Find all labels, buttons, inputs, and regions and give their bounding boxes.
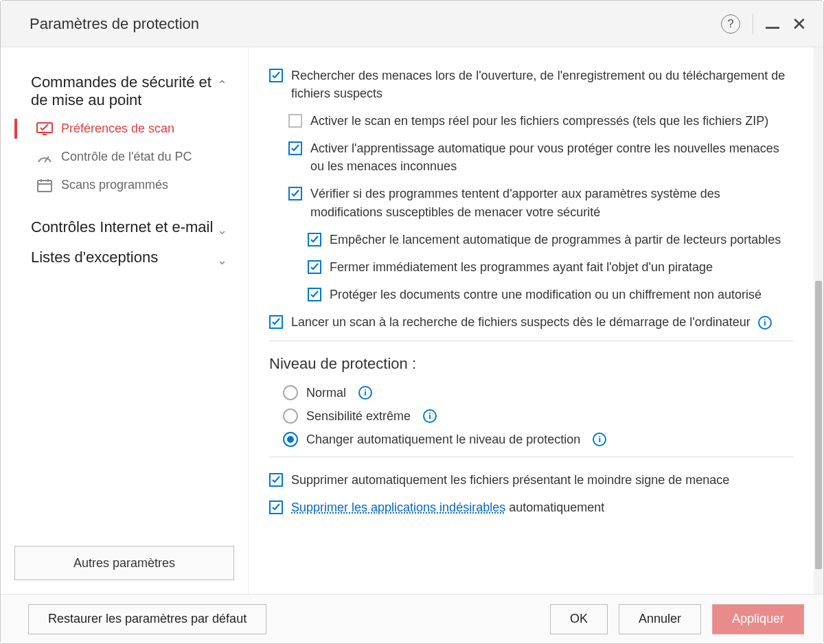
protection-level-title: Niveau de protection : <box>269 355 793 373</box>
scrollbar[interactable] <box>814 47 823 594</box>
option-label: Rechercher des menaces lors de l'ouvertu… <box>291 67 793 102</box>
content-wrap: Rechercher des menaces lors de l'ouvertu… <box>248 47 823 594</box>
info-icon[interactable]: i <box>423 409 437 423</box>
sidebar-section-exceptions[interactable]: Listes d'exceptions ⌄ <box>14 243 234 273</box>
help-icon[interactable]: ? <box>721 14 740 34</box>
option-ml-protect[interactable]: Activer l'apprentissage automatique pour… <box>269 139 793 175</box>
other-settings-button[interactable]: Autres paramètres <box>14 546 234 580</box>
checkbox-icon[interactable] <box>269 315 283 329</box>
sidebar-item-scheduled-scans[interactable]: Scans programmés <box>14 171 234 199</box>
radio-icon[interactable] <box>283 432 298 447</box>
option-label: Supprimer les applications indésirables … <box>291 498 604 515</box>
option-label: Lancer un scan à la recherche de fichier… <box>291 313 772 331</box>
radio-extreme[interactable]: Sensibilité extrême i <box>269 409 793 424</box>
sidebar-item-scan-preferences[interactable]: Préférences de scan <box>14 115 234 143</box>
separator <box>269 341 793 341</box>
checkbox-icon[interactable] <box>269 501 283 514</box>
svg-rect-2 <box>38 181 52 192</box>
sidebar-section-label: Commandes de sécurité et de mise au poin… <box>31 73 217 109</box>
restore-defaults-button[interactable]: Restaurer les paramètres par défaut <box>28 604 266 634</box>
option-label: Protéger les documents contre une modifi… <box>330 286 762 303</box>
option-block-autorun[interactable]: Empêcher le lancement automatique de pro… <box>269 231 793 249</box>
chevron-up-icon: ⌃ <box>217 78 227 93</box>
separator <box>269 457 793 457</box>
option-label: Supprimer automatiquement les fichiers p… <box>291 471 729 489</box>
sidebar-section-security[interactable]: Commandes de sécurité et de mise au poin… <box>14 68 234 115</box>
checkbox-icon[interactable] <box>288 187 302 200</box>
radio-normal[interactable]: Normal i <box>269 385 793 400</box>
radio-label: Sensibilité extrême <box>306 409 411 424</box>
footer: Restaurer les paramètres par défaut OK A… <box>1 594 823 643</box>
gauge-icon <box>36 150 53 164</box>
window-controls: ? ✕ <box>721 14 807 34</box>
option-label: Activer le scan en temps réel pour les f… <box>310 112 768 130</box>
option-close-hijacked[interactable]: Fermer immédiatement les programmes ayan… <box>269 258 793 276</box>
option-text: Lancer un scan à la recherche de fichier… <box>291 315 751 329</box>
option-label: Empêcher le lancement automatique de pro… <box>330 231 781 249</box>
sidebar-item-pc-health[interactable]: Contrôle de l'état du PC <box>14 143 234 171</box>
option-label: Activer l'apprentissage automatique pour… <box>310 139 793 175</box>
checkbox-icon[interactable] <box>288 141 302 155</box>
body: Commandes de sécurité et de mise au poin… <box>1 47 823 594</box>
info-icon[interactable]: i <box>758 316 772 330</box>
pua-link[interactable]: Supprimer les applications indésirables <box>291 501 505 514</box>
scrollbar-thumb[interactable] <box>815 281 822 569</box>
cancel-button[interactable]: Annuler <box>619 604 701 634</box>
ok-button[interactable]: OK <box>550 604 608 634</box>
option-scan-on-boot[interactable]: Lancer un scan à la recherche de fichier… <box>269 313 793 331</box>
separator <box>753 14 753 34</box>
radio-icon[interactable] <box>283 385 298 400</box>
checkbox-icon[interactable] <box>308 260 321 274</box>
calendar-icon <box>36 179 53 192</box>
monitor-icon <box>36 122 53 136</box>
info-icon[interactable]: i <box>593 433 606 446</box>
option-scan-on-open[interactable]: Rechercher des menaces lors de l'ouvertu… <box>269 67 793 102</box>
option-remove-pua[interactable]: Supprimer les applications indésirables … <box>269 498 793 515</box>
radio-label: Changer automatiquement le niveau de pro… <box>306 433 580 447</box>
content: Rechercher des menaces lors de l'ouvertu… <box>249 47 814 594</box>
option-protect-docs[interactable]: Protéger les documents contre une modifi… <box>269 286 793 303</box>
minimize-button[interactable] <box>766 27 779 29</box>
sidebar-section-internet[interactable]: Contrôles Internet et e-mail ⌄ <box>14 213 234 243</box>
sidebar-section-label: Listes d'exceptions <box>31 249 158 266</box>
chevron-down-icon: ⌄ <box>217 222 227 238</box>
window-title: Paramètres de protection <box>30 15 721 33</box>
option-label: Vérifier si des programmes tentent d'app… <box>310 185 793 220</box>
sidebar-item-label: Préférences de scan <box>61 122 174 136</box>
option-monitor-system-changes[interactable]: Vérifier si des programmes tentent d'app… <box>269 185 793 220</box>
radio-label: Normal <box>306 386 346 400</box>
chevron-down-icon: ⌄ <box>217 253 227 268</box>
info-icon[interactable]: i <box>358 386 372 400</box>
option-realtime-compressed[interactable]: Activer le scan en temps réel pour les f… <box>269 112 793 130</box>
option-label: Fermer immédiatement les programmes ayan… <box>330 258 713 276</box>
sidebar-section-label: Contrôles Internet et e-mail <box>31 218 213 236</box>
checkbox-icon[interactable] <box>269 473 283 487</box>
option-auto-delete[interactable]: Supprimer automatiquement les fichiers p… <box>269 471 793 489</box>
radio-icon[interactable] <box>283 409 298 424</box>
pua-tail: automatiquement <box>505 501 604 514</box>
sidebar: Commandes de sécurité et de mise au poin… <box>1 47 248 594</box>
checkbox-icon[interactable] <box>308 233 321 246</box>
apply-button[interactable]: Appliquer <box>712 604 804 634</box>
close-button[interactable]: ✕ <box>792 15 807 33</box>
checkbox-icon[interactable] <box>288 114 302 128</box>
sidebar-item-label: Scans programmés <box>61 178 168 192</box>
sidebar-item-label: Contrôle de l'état du PC <box>61 150 192 164</box>
checkbox-icon[interactable] <box>269 69 283 82</box>
settings-window: Paramètres de protection ? ✕ Commandes d… <box>0 0 824 644</box>
titlebar: Paramètres de protection ? ✕ <box>1 1 823 47</box>
checkbox-icon[interactable] <box>308 288 321 301</box>
radio-auto[interactable]: Changer automatiquement le niveau de pro… <box>269 432 793 447</box>
